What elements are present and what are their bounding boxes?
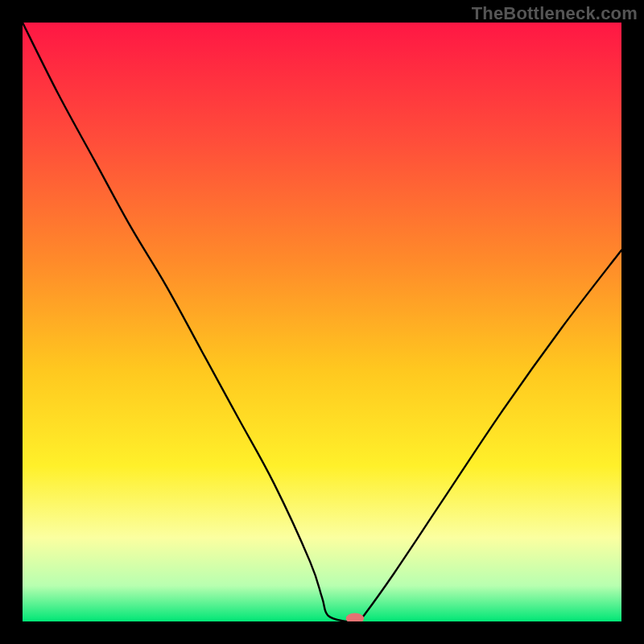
watermark-text: TheBottleneck.com <box>472 3 638 24</box>
bottleneck-chart <box>23 23 621 621</box>
gradient-background <box>23 23 621 621</box>
chart-container: TheBottleneck.com <box>0 0 644 644</box>
plot-area <box>23 23 621 621</box>
